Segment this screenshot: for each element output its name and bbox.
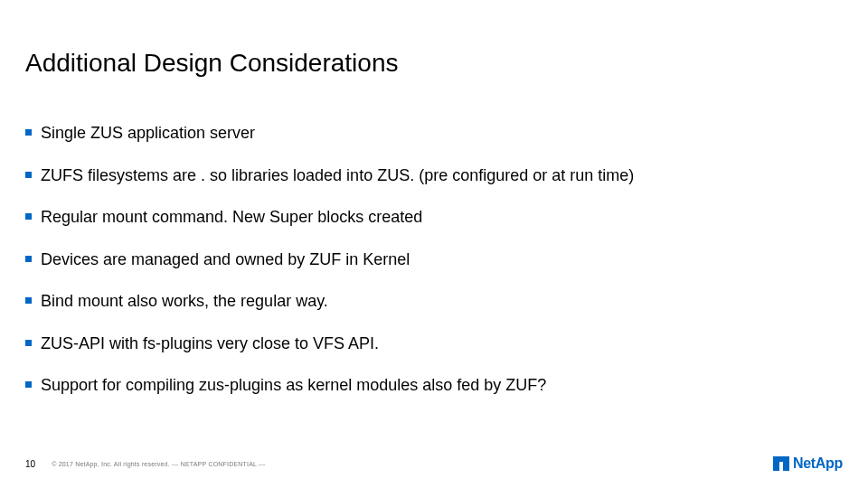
bullet-list: Single ZUS application server ZUFS files… (25, 123, 832, 418)
bullet-text: Devices are managed and owned by ZUF in … (41, 249, 410, 270)
slide-title: Additional Design Considerations (25, 49, 398, 78)
netapp-logo-text: NetApp (793, 455, 843, 472)
netapp-logo: NetApp (773, 455, 843, 472)
bullet-text: Bind mount also works, the regular way. (41, 291, 328, 312)
bullet-icon (25, 256, 32, 262)
list-item: Devices are managed and owned by ZUF in … (25, 249, 832, 270)
bullet-icon (25, 340, 32, 346)
list-item: ZUFS filesystems are . so libraries load… (25, 165, 832, 186)
bullet-icon (25, 297, 32, 304)
footer-left: 10 © 2017 NetApp, Inc. All rights reserv… (25, 459, 266, 469)
list-item: ZUS-API with fs-plugins very close to VF… (25, 333, 832, 354)
footer: 10 © 2017 NetApp, Inc. All rights reserv… (25, 455, 843, 472)
bullet-text: Single ZUS application server (41, 123, 255, 144)
bullet-text: Support for compiling zus-plugins as ker… (41, 375, 546, 396)
bullet-icon (25, 172, 32, 178)
bullet-icon (25, 213, 32, 220)
list-item: Support for compiling zus-plugins as ker… (25, 375, 832, 396)
netapp-logo-icon (773, 456, 789, 471)
list-item: Regular mount command. New Super blocks … (25, 207, 832, 228)
copyright-text: © 2017 NetApp, Inc. All rights reserved.… (52, 461, 265, 467)
list-item: Bind mount also works, the regular way. (25, 291, 832, 312)
bullet-icon (25, 129, 32, 136)
bullet-text: Regular mount command. New Super blocks … (41, 207, 422, 228)
page-number: 10 (25, 459, 35, 469)
bullet-text: ZUFS filesystems are . so libraries load… (41, 165, 634, 186)
bullet-icon (25, 381, 32, 388)
list-item: Single ZUS application server (25, 123, 832, 144)
bullet-text: ZUS-API with fs-plugins very close to VF… (41, 333, 379, 354)
slide: Additional Design Considerations Single … (0, 0, 868, 488)
